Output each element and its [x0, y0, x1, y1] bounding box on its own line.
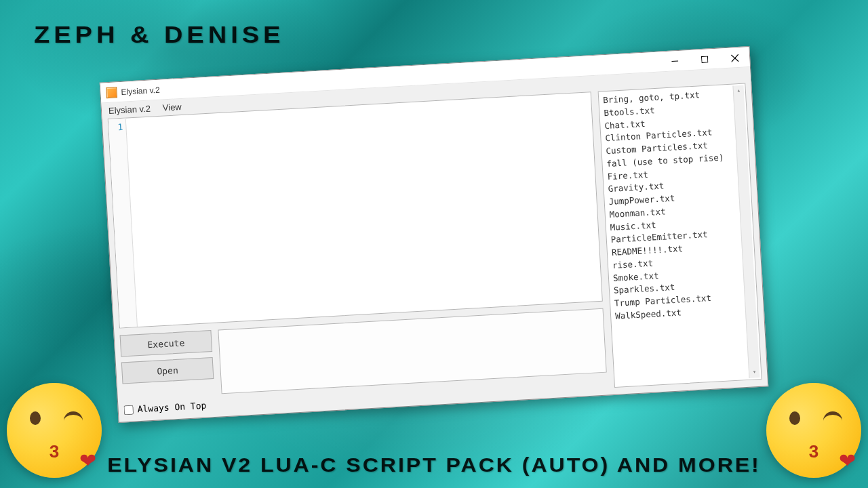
line-number: 1 — [111, 121, 123, 132]
menu-elysian[interactable]: Elysian v.2 — [108, 103, 151, 115]
script-editor[interactable]: 1 — [108, 92, 603, 328]
execute-button[interactable]: Execute — [120, 330, 213, 357]
maximize-button[interactable] — [689, 48, 720, 70]
svg-rect-1 — [701, 56, 707, 62]
always-on-top-label: Always On Top — [137, 400, 206, 414]
svg-line-0 — [671, 61, 678, 62]
editor-body[interactable] — [126, 92, 602, 327]
open-button[interactable]: Open — [121, 357, 214, 384]
file-list[interactable]: Bring, goto, tp.txtBtools.txtChat.txtCli… — [598, 83, 762, 387]
menu-view[interactable]: View — [162, 102, 182, 113]
app-window: Elysian v.2 Elysian v.2 View — [100, 46, 769, 423]
window-title: Elysian v.2 — [121, 85, 160, 96]
minimize-button[interactable] — [659, 50, 690, 72]
always-on-top-checkbox[interactable] — [123, 405, 134, 415]
close-button[interactable] — [719, 47, 750, 68]
app-icon — [106, 86, 117, 98]
overlay-bottom-title: ELYSIAN V2 LUA-C SCRIPT PACK (AUTO) AND … — [0, 454, 868, 476]
maximize-icon — [701, 56, 709, 63]
overlay-top-title: ZEPH & DENISE — [34, 22, 284, 48]
close-icon — [730, 54, 738, 62]
scroll-up-icon[interactable]: ▴ — [733, 85, 744, 96]
scroll-down-icon[interactable]: ▾ — [749, 367, 760, 378]
minimize-icon — [671, 58, 679, 65]
